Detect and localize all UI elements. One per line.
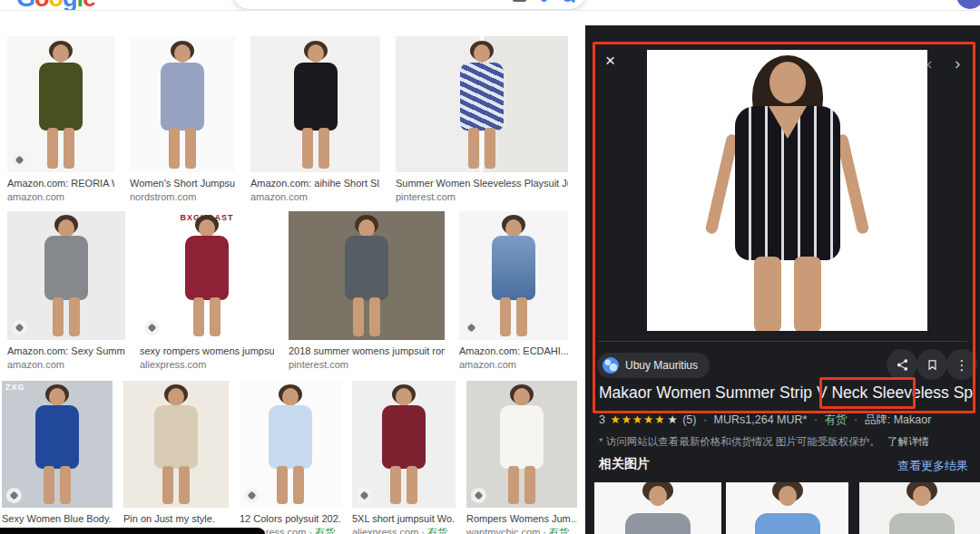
- result-caption[interactable]: Sexy Women Blue Body...: [2, 512, 113, 526]
- figure-garment: [161, 63, 204, 131]
- result-image[interactable]: [352, 381, 456, 508]
- see-more-link[interactable]: 查看更多结果: [897, 458, 968, 474]
- image-watermark: ZXG: [5, 383, 25, 392]
- results-row-3: ZXG Sexy Women Blue Body... buniversesty…: [2, 381, 577, 534]
- search-input[interactable]: [252, 0, 483, 1]
- search-result: 5XL short jumpsuit Wo... aliexpress.com …: [352, 381, 456, 534]
- result-image[interactable]: [396, 36, 568, 172]
- search-result: Rompers Womens Jum... wantmychic.com · 有…: [466, 381, 577, 534]
- result-caption[interactable]: 12 Colors polysuit 202...: [240, 512, 341, 526]
- result-image[interactable]: [466, 381, 577, 508]
- result-image[interactable]: [240, 381, 341, 508]
- search-result: ZXG Sexy Women Blue Body... buniversesty…: [2, 381, 113, 534]
- figure-garment: [35, 405, 79, 469]
- result-caption[interactable]: Rompers Womens Jum...: [466, 512, 577, 526]
- result-image[interactable]: [123, 381, 229, 508]
- result-image[interactable]: ZXG: [2, 381, 113, 508]
- related-thumb[interactable]: [726, 482, 848, 534]
- result-image[interactable]: [130, 36, 235, 172]
- image-detail-panel: × ‹ › Ubuy Mauritius ⋮ Makaor Women Summ…: [585, 25, 980, 534]
- result-image[interactable]: [459, 211, 568, 340]
- figure-head: [58, 219, 74, 238]
- result-image[interactable]: BXGHGAST: [140, 211, 274, 340]
- result-caption[interactable]: Amazon.com: aihihe Short Sl...: [250, 177, 380, 190]
- bookmark-button[interactable]: [916, 349, 947, 380]
- brand: 品牌: Makaor: [865, 413, 932, 426]
- result-caption[interactable]: Women's Short Jumpsuits ...: [130, 177, 235, 190]
- search-result: 2018 summer womens jumpsuit rom... pinte…: [289, 211, 445, 372]
- figure-garment: [154, 405, 198, 469]
- figure-head: [199, 219, 215, 238]
- result-caption[interactable]: Amazon.com: REORIA Wo...: [7, 177, 114, 190]
- rating-value: 3: [599, 413, 605, 426]
- result-domain: wantmychic.com: [466, 527, 540, 534]
- result-image[interactable]: [7, 36, 114, 172]
- related-images-title: 相关图片: [599, 456, 650, 472]
- search-box[interactable]: [231, 0, 587, 10]
- chevron-right-icon[interactable]: ›: [955, 53, 960, 73]
- google-logo[interactable]: Google: [16, 0, 95, 11]
- rating-star-extra: ★: [667, 413, 677, 426]
- source-pill[interactable]: Ubuy Mauritius: [597, 353, 710, 378]
- search-icon[interactable]: [562, 0, 573, 2]
- result-caption[interactable]: 5XL short jumpsuit Wo...: [352, 512, 456, 526]
- black-overlay-bar: [0, 528, 265, 534]
- panel-title[interactable]: Makaor Women Summer Strip V Neck Sleevel…: [599, 384, 973, 403]
- share-button[interactable]: [887, 349, 917, 380]
- figure-garment: [460, 63, 504, 131]
- result-image[interactable]: [289, 211, 445, 340]
- result-domain: amazon.com: [250, 191, 308, 202]
- search-result: Amazon.com: REORIA Wo... amazon.com: [7, 36, 114, 204]
- search-result: Amazon.com: ECDAHI... amazon.com: [459, 211, 568, 372]
- result-caption[interactable]: Amazon.com: ECDAHI...: [459, 345, 568, 358]
- result-caption[interactable]: Amazon.com: Sexy Summer ...: [7, 345, 125, 358]
- figure-head: [358, 219, 375, 238]
- result-image[interactable]: [7, 211, 125, 340]
- tag-icon: [12, 320, 27, 335]
- mic-icon[interactable]: [541, 0, 547, 2]
- avatar[interactable]: [956, 0, 980, 9]
- close-icon[interactable]: ×: [605, 51, 615, 71]
- results-row-1: Amazon.com: REORIA Wo... amazon.com Wome…: [7, 36, 568, 204]
- result-caption[interactable]: 2018 summer womens jumpsuit rom...: [289, 345, 445, 358]
- figure-garment: [39, 63, 83, 131]
- more-button[interactable]: ⋮: [946, 349, 977, 380]
- learn-more-link[interactable]: 了解详情: [887, 436, 929, 447]
- tag-icon: [471, 488, 486, 503]
- figure-head: [282, 388, 299, 406]
- search-result: Pin on Just my style. pinterest.com: [123, 381, 229, 534]
- figure-head: [174, 44, 191, 63]
- tag-icon: [357, 488, 372, 503]
- result-domain: nordstrom.com: [130, 191, 196, 202]
- rating-row: 3 ★★★★★★ (5) · MURs1,264 MUR* · 有货 · 品牌:…: [599, 413, 931, 428]
- related-thumb[interactable]: [594, 482, 721, 534]
- result-caption[interactable]: sexy rompers womens jumpsuit s...: [140, 345, 274, 358]
- review-count: (5): [682, 413, 696, 426]
- stock-badge: · 有货: [540, 527, 569, 534]
- figure-garment: [185, 236, 229, 300]
- divider: [598, 341, 967, 342]
- search-result: 12 Colors polysuit 202... aliexpress.com…: [240, 381, 341, 534]
- tag-icon: [464, 320, 479, 335]
- source-name: Ubuy Mauritius: [625, 359, 698, 372]
- result-domain: pinterest.com: [289, 359, 348, 370]
- hero-image[interactable]: [647, 50, 927, 331]
- figure-head: [514, 388, 530, 406]
- result-caption[interactable]: Pin on Just my style.: [123, 512, 229, 526]
- results-grid: Amazon.com: REORIA Wo... amazon.com Wome…: [0, 11, 585, 534]
- result-domain: pinterest.com: [396, 191, 456, 202]
- related-thumb[interactable]: [859, 482, 980, 534]
- search-result: Summer Women Sleeveless Playsuit Jum... …: [396, 36, 568, 204]
- result-caption[interactable]: Summer Women Sleeveless Playsuit Jum...: [396, 177, 568, 190]
- figure-garment: [294, 63, 338, 131]
- share-icon: [896, 358, 909, 372]
- result-domain: aliexpress.com: [140, 359, 206, 370]
- search-result: Women's Short Jumpsuits ... nordstrom.co…: [130, 36, 235, 204]
- figure-garment: [44, 236, 88, 300]
- stock-badge: · 有货: [418, 527, 447, 534]
- result-domain: amazon.com: [7, 359, 64, 370]
- rating-stars: ★★★★★: [610, 413, 665, 426]
- result-image[interactable]: [250, 36, 380, 172]
- more-icon: ⋮: [956, 358, 969, 372]
- image-search-icon[interactable]: [513, 0, 526, 2]
